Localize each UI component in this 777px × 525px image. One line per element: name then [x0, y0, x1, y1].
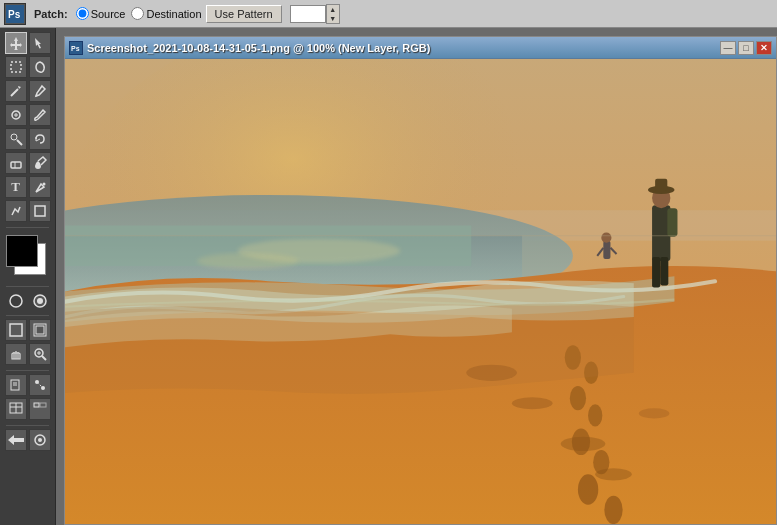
foreground-color[interactable] [6, 235, 38, 267]
window-controls: — □ ✕ [720, 41, 772, 55]
healing-brush-tool[interactable] [5, 104, 27, 126]
svg-line-22 [42, 356, 46, 360]
mode-icons [0, 292, 55, 310]
svg-point-56 [572, 429, 590, 455]
pattern-up-arrow[interactable]: ▲ [327, 5, 339, 14]
tool-row-4 [0, 104, 55, 126]
image-window: Ps Screenshot_2021-10-08-14-31-05-1.png … [64, 36, 777, 525]
canvas-area[interactable]: Ps Screenshot_2021-10-08-14-31-05-1.png … [56, 28, 777, 525]
svg-point-6 [35, 95, 37, 97]
svg-point-38 [38, 438, 42, 442]
destination-radio[interactable] [131, 7, 144, 20]
svg-point-48 [512, 397, 553, 409]
image-content [65, 59, 776, 524]
tool-row-nav [0, 429, 55, 451]
eraser-tool[interactable] [5, 152, 27, 174]
extra-tool[interactable] [29, 429, 51, 451]
svg-point-51 [639, 408, 669, 418]
clone-stamp-tool[interactable] [5, 128, 27, 150]
svg-text:Ps: Ps [71, 45, 80, 52]
svg-point-13 [42, 183, 45, 186]
tool-divider-5 [6, 425, 49, 426]
tool-row-bottom-3 [0, 374, 55, 396]
patch-mode-group: Source Destination [76, 7, 202, 20]
image-titlebar: Ps Screenshot_2021-10-08-14-31-05-1.png … [65, 37, 776, 59]
tool-row-bottom-2 [0, 343, 55, 365]
svg-point-57 [593, 450, 609, 474]
close-button[interactable]: ✕ [756, 41, 772, 55]
tool-row-3 [0, 80, 55, 102]
notes-tool[interactable] [5, 374, 27, 396]
svg-point-68 [601, 233, 611, 243]
destination-label: Destination [146, 8, 201, 20]
pattern-input[interactable] [290, 5, 326, 23]
svg-rect-34 [34, 403, 39, 407]
source-radio-label[interactable]: Source [76, 7, 126, 20]
slice-tool[interactable] [5, 398, 27, 420]
count-tool[interactable] [29, 374, 51, 396]
history-brush-tool[interactable] [29, 128, 51, 150]
top-toolbar: Ps Patch: Source Destination Use Pattern… [0, 0, 777, 28]
svg-rect-3 [11, 62, 21, 72]
svg-rect-14 [35, 206, 45, 216]
main-area: T [0, 28, 777, 525]
pen-tool[interactable] [29, 176, 51, 198]
path-selection-tool[interactable] [5, 200, 27, 222]
tool-divider-4 [6, 370, 49, 371]
svg-point-55 [588, 404, 602, 426]
window-ps-icon: Ps [69, 41, 83, 55]
hand-tool[interactable] [5, 343, 27, 365]
pattern-spinners: ▲ ▼ [326, 4, 340, 24]
destination-radio-label[interactable]: Destination [131, 7, 201, 20]
svg-text:Ps: Ps [8, 9, 21, 20]
quick-mask-mode[interactable] [31, 292, 49, 310]
slice-select-tool[interactable] [29, 398, 51, 420]
jump-to-tool[interactable] [5, 429, 27, 451]
svg-point-17 [37, 298, 43, 304]
source-radio[interactable] [76, 7, 89, 20]
screen-mode-full[interactable] [29, 319, 51, 341]
maximize-button[interactable]: □ [738, 41, 754, 55]
tool-row-7: T [0, 176, 55, 198]
svg-rect-66 [667, 208, 677, 236]
tool-row-2 [0, 56, 55, 78]
svg-rect-35 [40, 403, 46, 407]
svg-point-54 [570, 386, 586, 410]
paint-bucket-tool[interactable] [29, 152, 51, 174]
beach-image [65, 59, 776, 524]
pattern-down-arrow[interactable]: ▼ [327, 14, 339, 23]
tool-row-1 [0, 32, 55, 54]
tool-row-bottom-4 [0, 398, 55, 420]
use-pattern-button[interactable]: Use Pattern [206, 5, 282, 23]
svg-point-58 [578, 474, 598, 504]
tool-row-5 [0, 128, 55, 150]
tool-row-8 [0, 200, 55, 222]
svg-point-10 [11, 134, 17, 140]
svg-marker-2 [10, 37, 22, 50]
svg-point-73 [197, 253, 299, 269]
type-tool[interactable]: T [5, 176, 27, 198]
svg-rect-67 [603, 241, 610, 259]
svg-line-4 [11, 89, 18, 96]
zoom-tool[interactable] [29, 343, 51, 365]
brush-tool[interactable] [29, 104, 51, 126]
minimize-button[interactable]: — [720, 41, 736, 55]
svg-rect-11 [11, 162, 21, 168]
tool-row-bottom-1 [0, 319, 55, 341]
lasso-tool[interactable] [29, 56, 51, 78]
svg-marker-36 [8, 435, 24, 445]
eyedropper-tool[interactable] [29, 80, 51, 102]
shape-tool[interactable] [29, 200, 51, 222]
tool-row-6 [0, 152, 55, 174]
app-logo[interactable]: Ps [4, 3, 26, 25]
magic-wand-tool[interactable] [5, 80, 27, 102]
tool-divider-3 [6, 315, 49, 316]
select-tool[interactable] [29, 32, 51, 54]
svg-rect-65 [655, 179, 667, 191]
standard-mode[interactable] [7, 292, 25, 310]
marquee-tool[interactable] [5, 56, 27, 78]
move-tool[interactable] [5, 32, 27, 54]
screen-mode-standard[interactable] [5, 319, 27, 341]
color-swatches[interactable] [6, 235, 50, 279]
patch-label: Patch: [34, 8, 68, 20]
